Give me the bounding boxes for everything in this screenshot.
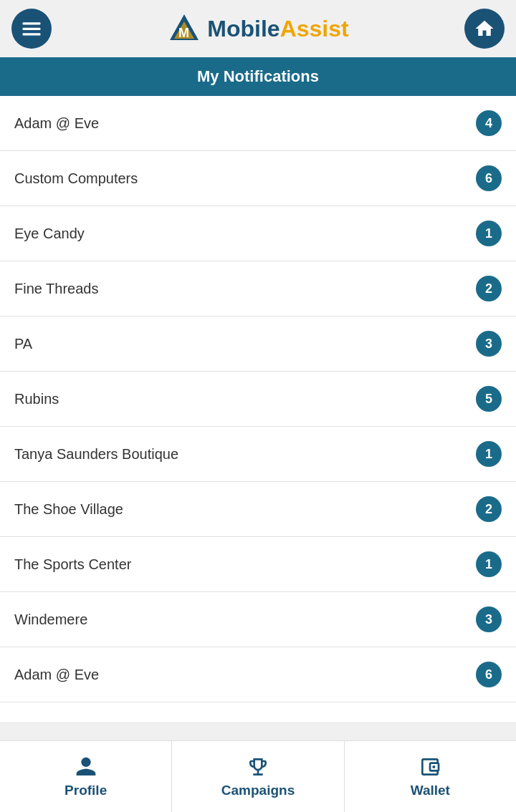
menu-button[interactable] — [11, 9, 52, 49]
campaigns-nav-button[interactable]: Campaigns — [172, 741, 344, 812]
app-logo: M MobileAssist — [167, 11, 348, 46]
notification-name: The Sports Center — [14, 556, 131, 573]
notification-badge: 3 — [476, 331, 502, 357]
notification-badge: 2 — [476, 496, 502, 522]
home-icon — [474, 18, 495, 39]
list-item[interactable]: Tanya Saunders Boutique1 — [0, 427, 516, 482]
list-item[interactable]: PA3 — [0, 316, 516, 372]
profile-label: Profile — [64, 783, 107, 798]
content-spacer — [0, 722, 516, 741]
notification-name: The Shoe Village — [14, 501, 123, 518]
notification-badge: 2 — [476, 276, 502, 301]
notification-name: Windemere — [14, 612, 87, 628]
notification-badge: 4 — [476, 110, 502, 136]
list-item[interactable]: Windemere3 — [0, 592, 516, 647]
notification-badge: 3 — [476, 606, 502, 632]
notification-name: Adam @ Eve — [14, 115, 99, 132]
list-item[interactable]: Adam @ Eve6 — [0, 647, 516, 702]
notifications-title-bar: My Notifications — [0, 57, 516, 96]
svg-rect-2 — [23, 33, 41, 35]
campaigns-label: Campaigns — [221, 783, 295, 798]
list-item[interactable]: Adam @ Eve4 — [0, 96, 516, 151]
menu-icon — [21, 18, 42, 39]
notification-badge: 5 — [476, 386, 502, 412]
notification-name: Rubins — [14, 391, 59, 407]
notification-badge: 1 — [476, 551, 502, 577]
svg-text:M: M — [178, 26, 189, 40]
bottom-navigation: Profile Campaigns Wallet — [0, 740, 516, 812]
notification-badge: 6 — [476, 662, 502, 687]
wallet-icon — [419, 755, 441, 778]
notification-name: Adam @ Eve — [14, 667, 99, 683]
list-item[interactable]: The Shoe Village2 — [0, 482, 516, 537]
notification-name: Fine Threads — [14, 281, 98, 297]
wallet-nav-button[interactable]: Wallet — [345, 741, 516, 812]
list-item[interactable]: The Sports Center1 — [0, 537, 516, 592]
notification-name: Custom Computers — [14, 170, 138, 187]
notification-badge: 1 — [476, 221, 502, 246]
notification-badge: 6 — [476, 165, 502, 191]
list-item[interactable]: Fine Threads2 — [0, 261, 516, 316]
list-item[interactable]: Rubins5 — [0, 372, 516, 427]
home-button[interactable] — [464, 9, 505, 49]
profile-nav-button[interactable]: Profile — [0, 741, 172, 812]
wallet-label: Wallet — [411, 783, 450, 798]
notification-name: PA — [14, 336, 32, 352]
notification-name: Eye Candy — [14, 226, 85, 242]
svg-point-6 — [433, 765, 436, 768]
app-header: M MobileAssist — [0, 0, 516, 57]
campaigns-icon — [247, 755, 269, 778]
notification-name: Tanya Saunders Boutique — [14, 446, 178, 463]
notification-badge: 1 — [476, 441, 502, 467]
logo-icon: M — [167, 11, 201, 46]
profile-icon — [75, 755, 97, 778]
list-item[interactable]: Custom Computers6 — [0, 151, 516, 206]
svg-rect-0 — [23, 22, 41, 24]
notifications-title: My Notifications — [197, 67, 319, 85]
list-item[interactable]: Eye Candy1 — [0, 206, 516, 261]
logo-text: MobileAssist — [207, 16, 348, 42]
notifications-list: Adam @ Eve4Custom Computers6Eye Candy1Fi… — [0, 96, 516, 722]
svg-rect-1 — [23, 28, 41, 30]
